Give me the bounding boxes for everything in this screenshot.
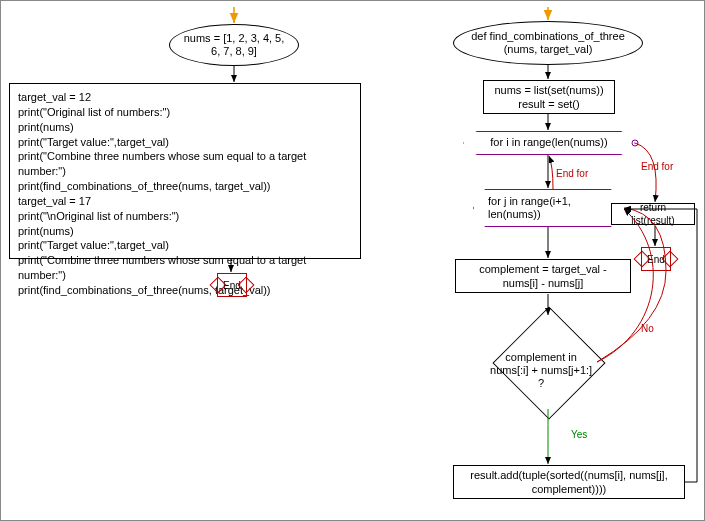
right-end-node: End — [641, 247, 671, 271]
left-start-ellipse: nums = [1, 2, 3, 4, 5, 6, 7, 8, 9] — [169, 24, 299, 66]
left-body-line-8: print(nums) — [18, 224, 352, 239]
label-end-for-outer: End for — [641, 161, 673, 172]
right-init-text: nums = list(set(nums)) result = set() — [494, 83, 603, 112]
right-for-i-hex: for i in range(len(nums)) — [463, 131, 635, 155]
left-body-line-5: print(find_combinations_of_three(nums, t… — [18, 179, 352, 194]
left-body-line-9: print("Target value:",target_val) — [18, 238, 352, 253]
left-body-line-7: print("\nOriginal list of numbers:") — [18, 209, 352, 224]
left-body-line-2: print(nums) — [18, 120, 352, 135]
right-for-j-hex: for j in range(i+1, len(nums)) — [473, 189, 623, 227]
right-complement-text: complement = target_val - nums[i] - nums… — [462, 262, 624, 291]
right-def-ellipse: def find_combinations_of_three (nums, ta… — [453, 21, 643, 65]
right-result-add-rect: result.add(tuple(sorted((nums[i], nums[j… — [453, 465, 685, 499]
right-decision-diamond: complement in nums[:i] + nums[j+1:] ? — [492, 306, 605, 419]
right-for-j-text: for j in range(i+1, len(nums)) — [488, 195, 608, 221]
left-body-line-11: print(find_combinations_of_three(nums, t… — [18, 283, 352, 298]
left-end-node: End — [217, 273, 247, 297]
right-result-add-text: result.add(tuple(sorted((nums[i], nums[j… — [460, 468, 678, 497]
left-start-text: nums = [1, 2, 3, 4, 5, 6, 7, 8, 9] — [178, 32, 290, 58]
right-def-text: def find_combinations_of_three (nums, ta… — [462, 30, 634, 56]
left-body-line-1: print("Original list of numbers:") — [18, 105, 352, 120]
right-return-rect: return list(result) — [611, 203, 695, 225]
right-end-text: End — [647, 254, 665, 265]
label-end-for-inner: End for — [556, 168, 588, 179]
left-body-line-10: print("Combine three numbers whose sum e… — [18, 253, 352, 283]
left-body-line-0: target_val = 12 — [18, 90, 352, 105]
right-init-rect: nums = list(set(nums)) result = set() — [483, 80, 615, 114]
right-for-i-text: for i in range(len(nums)) — [490, 136, 607, 149]
left-body-line-3: print("Target value:",target_val) — [18, 135, 352, 150]
left-end-text: End — [223, 280, 241, 291]
left-body-line-6: target_val = 17 — [18, 194, 352, 209]
flowchart-canvas: nums = [1, 2, 3, 4, 5, 6, 7, 8, 9] targe… — [1, 1, 704, 520]
right-decision-text: complement in nums[:i] + nums[j+1:] ? — [486, 351, 595, 391]
label-yes: Yes — [571, 429, 587, 440]
right-complement-rect: complement = target_val - nums[i] - nums… — [455, 259, 631, 293]
left-body-line-4: print("Combine three numbers whose sum e… — [18, 149, 352, 179]
left-body-rect: target_val = 12 print("Original list of … — [9, 83, 361, 259]
right-return-text: return list(result) — [618, 201, 688, 227]
label-no: No — [641, 323, 654, 334]
